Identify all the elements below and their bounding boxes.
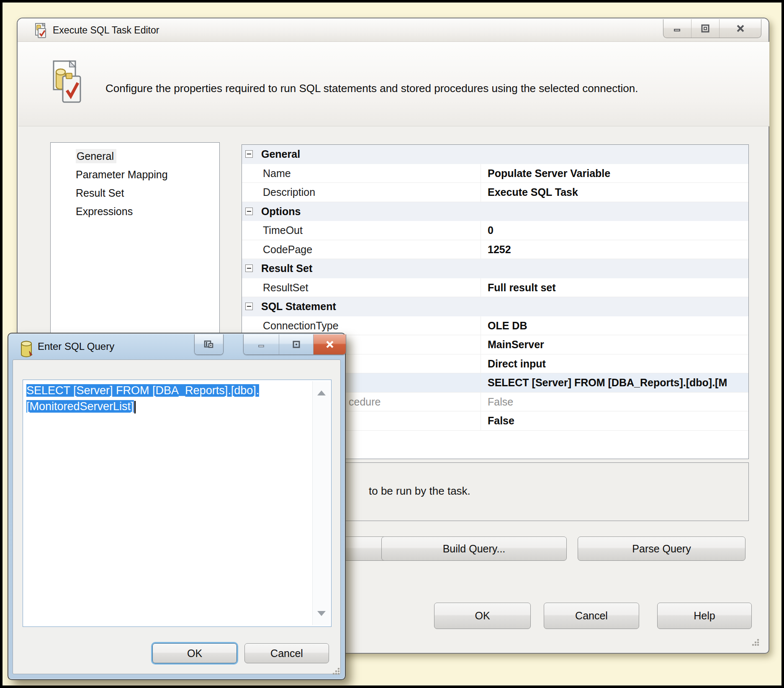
execute-sql-task-icon (48, 59, 84, 105)
build-query-button[interactable]: Build Query... (381, 537, 567, 561)
nav-item-expressions[interactable]: Expressions (51, 202, 219, 221)
group-row-options[interactable]: Options (242, 202, 748, 221)
help-button[interactable]: Help (657, 603, 752, 629)
property-row-codepage[interactable]: CodePage 1252 (242, 240, 748, 259)
main-caption-buttons (663, 19, 761, 38)
text-caret (134, 401, 136, 413)
sql-ok-button[interactable]: OK (152, 643, 237, 663)
main-window-title: Execute SQL Task Editor (53, 18, 159, 42)
banner-description: Configure the properties required to run… (105, 82, 638, 95)
desktop-background: Execute SQL Task Editor (0, 0, 784, 688)
window-preview-button[interactable] (194, 334, 224, 355)
task-editor-window-icon (33, 23, 48, 39)
header-banner: Configure the properties required to run… (18, 42, 769, 126)
maximize-icon (701, 24, 710, 33)
close-icon (325, 339, 335, 349)
database-cylinder-icon (19, 340, 33, 359)
minimize-icon (673, 24, 682, 33)
group-row-general[interactable]: General (242, 145, 748, 164)
enter-sql-query-window: Enter SQL Query (8, 333, 346, 680)
sql-dialog-caption-buttons (243, 334, 346, 355)
sql-dialog-title: Enter SQL Query (38, 334, 114, 359)
sql-cancel-button[interactable]: Cancel (244, 643, 329, 663)
sql-query-text: SELECT [Server] FROM [DBA_Reports].[dbo]… (26, 383, 308, 414)
sql-query-textarea[interactable]: SELECT [Server] FROM [DBA_Reports].[dbo]… (23, 380, 332, 627)
collapse-icon[interactable] (245, 264, 253, 272)
maximize-button[interactable] (691, 19, 719, 38)
collapse-icon[interactable] (245, 150, 253, 158)
scroll-down-icon[interactable] (317, 611, 326, 616)
collapse-icon[interactable] (245, 303, 253, 310)
resize-grip[interactable] (332, 667, 340, 675)
nav-item-general[interactable]: General (51, 147, 219, 165)
group-row-sql-statement[interactable]: SQL Statement (242, 297, 748, 316)
editor-page-list: General Parameter Mapping Result Set Exp… (50, 142, 220, 337)
main-titlebar[interactable]: Execute SQL Task Editor (18, 18, 769, 42)
property-row-resultset[interactable]: ResultSet Full result set (242, 278, 748, 298)
scroll-up-icon[interactable] (317, 390, 326, 395)
minimize-icon (257, 340, 265, 349)
maximize-button[interactable] (279, 334, 313, 354)
resize-grip[interactable] (752, 639, 759, 646)
close-icon (735, 23, 745, 33)
nav-item-result-set[interactable]: Result Set (51, 184, 219, 202)
textarea-scrollbar[interactable] (312, 381, 330, 625)
minimize-button[interactable] (663, 19, 691, 38)
minimize-button[interactable] (244, 334, 279, 354)
group-row-result-set[interactable]: Result Set (242, 259, 748, 278)
property-row-name[interactable]: Name Populate Server Variable (242, 164, 748, 183)
property-row-description[interactable]: Description Execute SQL Task (242, 183, 748, 202)
ok-button[interactable]: OK (434, 603, 531, 629)
maximize-icon (292, 340, 301, 349)
cancel-button[interactable]: Cancel (544, 603, 639, 629)
collapse-icon[interactable] (245, 208, 253, 215)
parse-query-button[interactable]: Parse Query (578, 537, 745, 561)
property-description-text: to be run by the task. (369, 485, 470, 498)
close-button[interactable] (719, 19, 761, 38)
close-button[interactable] (313, 334, 346, 354)
nav-item-parameter-mapping[interactable]: Parameter Mapping (51, 165, 219, 184)
property-row-timeout[interactable]: TimeOut 0 (242, 221, 748, 240)
window-icon (203, 340, 214, 349)
